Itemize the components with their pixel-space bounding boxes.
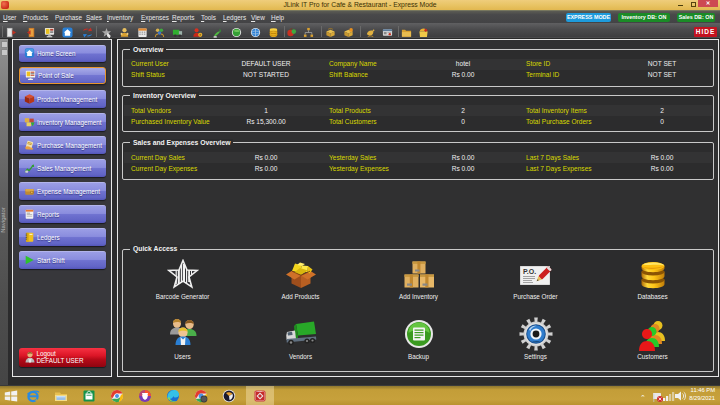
svg-text:JLINK: JLINK [258,390,264,392]
svg-text:P.O.: P.O. [523,268,536,275]
